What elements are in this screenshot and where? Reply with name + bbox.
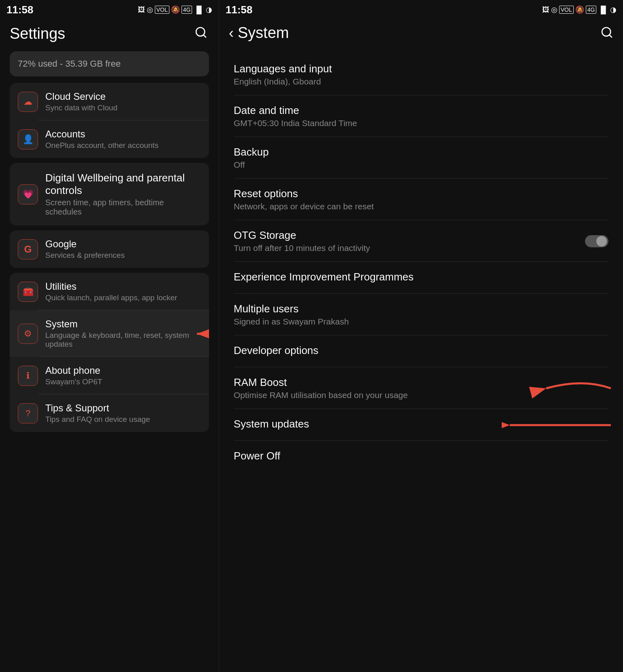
utilities-title: Utilities — [45, 281, 201, 292]
google-title: Google — [45, 238, 201, 250]
google-icon-wrap: G — [18, 239, 38, 259]
r-notification-icon: 🖼 — [542, 6, 549, 14]
settings-item-accounts[interactable]: 👤 Accounts OnePlus account, other accoun… — [10, 120, 209, 158]
tips-title: Tips & Support — [45, 402, 201, 414]
datetime-subtitle: GMT+05:30 India Standard Time — [234, 118, 608, 128]
backup-subtitle: Off — [234, 160, 608, 170]
developer-text: Developer options — [234, 344, 608, 358]
left-panel: 11:58 🖼 ◎ VOL 🔕 4G ▐▌ ◑ Settings 72% use… — [0, 0, 219, 672]
search-button[interactable] — [193, 24, 209, 43]
utilities-text: Utilities Quick launch, parallel apps, a… — [45, 281, 201, 302]
accounts-icon: 👤 — [23, 134, 34, 145]
left-time: 11:58 — [6, 4, 34, 16]
settings-group-cloud-accounts: ☁ Cloud Service Sync data with Cloud 👤 A… — [10, 83, 209, 158]
cloud-service-text: Cloud Service Sync data with Cloud — [45, 91, 201, 112]
ram-arrow — [514, 374, 615, 402]
back-button[interactable]: ‹ — [229, 25, 234, 42]
backup-title: Backup — [234, 146, 608, 158]
system-text: System Language & keyboard, time, reset,… — [45, 318, 201, 349]
about-icon-wrap: ℹ — [18, 366, 38, 386]
right-search-button[interactable] — [600, 26, 613, 40]
accounts-text: Accounts OnePlus account, other accounts — [45, 129, 201, 150]
system-item-datetime[interactable]: Date and time GMT+05:30 India Standard T… — [219, 95, 623, 137]
system-icon: ⚙ — [24, 329, 32, 339]
svg-line-4 — [609, 35, 612, 37]
otg-toggle[interactable] — [585, 235, 608, 247]
storage-text: 72% used - 35.39 GB free — [18, 59, 120, 69]
r-location-icon: ◎ — [551, 5, 558, 14]
system-item-updates[interactable]: System updates — [219, 409, 623, 441]
settings-item-utilities[interactable]: 🧰 Utilities Quick launch, parallel apps,… — [10, 273, 209, 310]
svg-line-1 — [203, 35, 206, 37]
settings-item-cloud[interactable]: ☁ Cloud Service Sync data with Cloud — [10, 83, 209, 120]
system-item-otg[interactable]: OTG Storage Turn off after 10 minutes of… — [219, 220, 623, 262]
developer-title: Developer options — [234, 344, 608, 357]
datetime-text: Date and time GMT+05:30 India Standard T… — [234, 104, 608, 128]
system-settings-list: Languages and input English (India), Gbo… — [219, 50, 623, 672]
reset-text: Reset options Network, apps or device ca… — [234, 187, 608, 211]
backup-text: Backup Off — [234, 146, 608, 170]
settings-item-about[interactable]: ℹ About phone Swayam's OP6T — [10, 357, 209, 394]
about-icon: ℹ — [26, 371, 30, 381]
system-item-power[interactable]: Power Off — [219, 441, 623, 473]
experience-title: Experience Improvement Programmes — [234, 271, 608, 283]
accounts-title: Accounts — [45, 129, 201, 140]
system-item-ram[interactable]: RAM Boost Optimise RAM utilisation based… — [219, 367, 623, 409]
cloud-icon-wrap: ☁ — [18, 92, 38, 112]
digital-wellbeing-subtitle: Screen time, app timers, bedtime schedul… — [45, 198, 201, 217]
vol-icon: VOL — [155, 6, 169, 14]
system-item-languages[interactable]: Languages and input English (India), Gbo… — [219, 54, 623, 95]
left-header: Settings — [0, 18, 219, 51]
cloud-service-subtitle: Sync data with Cloud — [45, 103, 201, 112]
otg-text: OTG Storage Turn off after 10 minutes of… — [234, 229, 577, 253]
otg-subtitle: Turn off after 10 minutes of inactivity — [234, 243, 577, 253]
about-subtitle: Swayam's OP6T — [45, 377, 201, 386]
right-header-left: ‹ System — [229, 24, 289, 42]
tips-icon: ? — [25, 408, 30, 419]
digital-wellbeing-icon: 💗 — [23, 189, 34, 200]
r-mute-icon: 🔕 — [575, 5, 584, 14]
settings-item-tips[interactable]: ? Tips & Support Tips and FAQ on device … — [10, 394, 209, 432]
system-item-experience[interactable]: Experience Improvement Programmes — [219, 262, 623, 294]
system-item-developer[interactable]: Developer options — [219, 335, 623, 367]
power-title: Power Off — [234, 450, 608, 462]
system-item-users[interactable]: Multiple users Signed in as Swayam Praka… — [219, 294, 623, 335]
tips-subtitle: Tips and FAQ on device usage — [45, 415, 201, 424]
settings-item-digital-wellbeing[interactable]: 💗 Digital Wellbeing and parental control… — [10, 163, 209, 225]
google-icon: G — [24, 244, 32, 255]
about-title: About phone — [45, 365, 201, 376]
utilities-subtitle: Quick launch, parallel apps, app locker — [45, 293, 201, 302]
left-status-icons: 🖼 ◎ VOL 🔕 4G ▐▌ ◑ — [138, 5, 212, 14]
network-icon: 4G — [182, 6, 192, 14]
cloud-service-title: Cloud Service — [45, 91, 201, 102]
storage-card[interactable]: 72% used - 35.39 GB free — [10, 51, 209, 76]
r-network-icon: 4G — [586, 6, 597, 14]
datetime-title: Date and time — [234, 104, 608, 117]
r-vol-icon: VOL — [559, 6, 574, 14]
tips-text: Tips & Support Tips and FAQ on device us… — [45, 402, 201, 424]
settings-item-google[interactable]: G Google Services & preferences — [10, 230, 209, 268]
digital-wellbeing-title: Digital Wellbeing and parental controls — [45, 172, 201, 197]
mute-icon: 🔕 — [171, 5, 180, 14]
system-subtitle: Language & keyboard, time, reset, system… — [45, 331, 201, 349]
google-text: Google Services & preferences — [45, 238, 201, 260]
location-icon: ◎ — [147, 5, 153, 14]
languages-subtitle: English (India), Gboard — [234, 77, 608, 86]
accounts-subtitle: OnePlus account, other accounts — [45, 141, 201, 150]
languages-title: Languages and input — [234, 63, 608, 75]
utilities-icon-wrap: 🧰 — [18, 282, 38, 302]
notification-icon: 🖼 — [138, 6, 145, 14]
system-item-reset[interactable]: Reset options Network, apps or device ca… — [219, 179, 623, 220]
digital-wellbeing-icon-wrap: 💗 — [18, 184, 38, 204]
google-subtitle: Services & preferences — [45, 251, 201, 260]
tips-icon-wrap: ? — [18, 403, 38, 423]
system-item-backup[interactable]: Backup Off — [219, 137, 623, 179]
r-battery-icon: ◑ — [610, 5, 617, 14]
system-icon-wrap: ⚙ — [18, 324, 38, 344]
right-status-icons: 🖼 ◎ VOL 🔕 4G ▐▌ ◑ — [542, 5, 617, 14]
settings-item-system[interactable]: ⚙ System Language & keyboard, time, rese… — [10, 310, 209, 357]
experience-text: Experience Improvement Programmes — [234, 271, 608, 285]
users-text: Multiple users Signed in as Swayam Praka… — [234, 303, 608, 327]
system-title: System — [45, 318, 201, 330]
accounts-icon-wrap: 👤 — [18, 129, 38, 150]
